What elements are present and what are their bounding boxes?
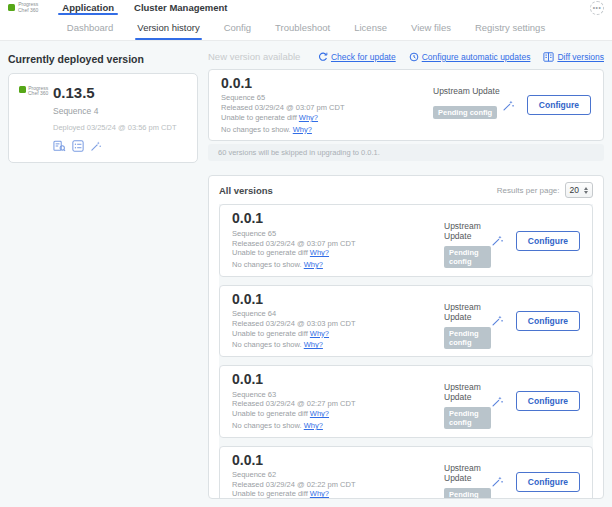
why-diff-link[interactable]: Why? xyxy=(310,409,329,418)
all-versions-panel: All versions Results per page: 20 0.0.1 … xyxy=(208,175,604,499)
chef-logo-icon xyxy=(8,4,15,11)
currently-deployed-title: Currently deployed version xyxy=(8,53,198,65)
why-diff-link[interactable]: Why? xyxy=(310,248,329,257)
changes-status-text: No changes to show. xyxy=(221,125,291,134)
subnav-tab-version-history[interactable]: Version history xyxy=(137,15,199,40)
deployed-timestamp: Deployed 03/25/24 @ 03:56 pm CDT xyxy=(53,123,187,132)
configure-automatic-updates-link[interactable]: Configure automatic updates xyxy=(409,52,531,62)
sequence-label: Sequence 65 xyxy=(232,229,444,239)
version-row: 0.0.1 Sequence 65 Released 03/29/24 @ 03… xyxy=(219,204,593,276)
deployed-version-number: 0.13.5 xyxy=(53,84,187,101)
version-rows: 0.0.1 Sequence 65 Released 03/29/24 @ 03… xyxy=(219,204,593,499)
why-diff-link[interactable]: Why? xyxy=(310,489,329,498)
why-changes-link[interactable]: Why? xyxy=(304,340,323,349)
chef-logo-icon xyxy=(19,86,26,93)
configure-button[interactable]: Configure xyxy=(516,311,580,331)
new-version-card: 0.0.1 Sequence 65 Released 03/29/24 @ 03… xyxy=(208,69,604,141)
diff-icon[interactable] xyxy=(53,140,66,152)
deployed-sequence-label: Sequence 4 xyxy=(53,106,187,116)
version-title: 0.0.1 xyxy=(232,211,444,226)
results-per-page-label: Results per page: xyxy=(497,186,560,195)
select-stepper-icon xyxy=(584,187,588,194)
skipped-versions-notice: 60 versions will be skipped in upgrading… xyxy=(208,144,604,161)
version-history-main: New version available Check for update xyxy=(208,49,604,499)
released-label: Released 03/29/24 @ 03:03 pm CDT xyxy=(232,319,444,329)
configure-button[interactable]: Configure xyxy=(516,231,580,251)
diff-icon xyxy=(543,52,554,62)
upstream-update-label: Upstream Update xyxy=(444,302,491,322)
sequence-label: Sequence 65 xyxy=(221,93,433,103)
configure-button[interactable]: Configure xyxy=(527,95,591,115)
wand-icon[interactable] xyxy=(90,140,102,152)
all-versions-title: All versions xyxy=(219,185,273,196)
released-label: Released 03/29/24 @ 02:22 pm CDT xyxy=(232,480,444,490)
secondary-nav: Dashboard Version history Config Trouble… xyxy=(0,15,612,41)
clock-icon xyxy=(409,52,419,62)
pending-config-badge: Pending config xyxy=(444,246,491,268)
configure-button[interactable]: Configure xyxy=(516,391,580,411)
subnav-tab-troubleshoot[interactable]: Troubleshoot xyxy=(275,15,330,40)
version-title: 0.0.1 xyxy=(232,372,444,387)
pending-config-badge: Pending config xyxy=(433,106,497,119)
edit-config-wand-icon[interactable] xyxy=(491,314,504,327)
deployed-version-sidebar: Currently deployed version Progress Chef… xyxy=(8,49,198,499)
edit-config-wand-icon[interactable] xyxy=(491,234,504,247)
configure-button[interactable]: Configure xyxy=(516,472,580,492)
refresh-icon xyxy=(318,52,328,62)
subnav-tab-registry-settings[interactable]: Registry settings xyxy=(475,15,545,40)
subnav-tab-config[interactable]: Config xyxy=(224,15,251,40)
pending-config-badge: Pending config xyxy=(444,407,491,429)
why-changes-link[interactable]: Why? xyxy=(293,125,312,134)
upstream-update-label: Upstream Update xyxy=(433,86,502,96)
version-row: 0.0.1 Sequence 62 Released 03/29/24 @ 02… xyxy=(219,446,593,499)
version-title: 0.0.1 xyxy=(221,76,433,91)
why-diff-link[interactable]: Why? xyxy=(299,113,318,122)
app-logo: Progress Chef 360 xyxy=(8,2,38,13)
edit-config-wand-icon[interactable] xyxy=(491,475,504,488)
diff-status-text: Unable to generate diff xyxy=(221,113,297,122)
logo-line2: Chef 360 xyxy=(18,7,38,13)
version-title: 0.0.1 xyxy=(232,453,444,468)
pending-config-badge: Pending config xyxy=(444,327,491,349)
why-changes-link[interactable]: Why? xyxy=(304,421,323,430)
edit-config-wand-icon[interactable] xyxy=(502,99,515,112)
subnav-tab-license[interactable]: License xyxy=(354,15,387,40)
check-for-update-link[interactable]: Check for update xyxy=(318,52,396,62)
subnav-tab-view-files[interactable]: View files xyxy=(411,15,451,40)
edit-config-wand-icon[interactable] xyxy=(491,395,504,408)
upstream-update-label: Upstream Update xyxy=(444,221,491,241)
diff-versions-link[interactable]: Diff versions xyxy=(543,52,604,62)
why-changes-link[interactable]: Why? xyxy=(304,260,323,269)
deployed-version-card: Progress Chef 360 0.13.5 Sequence 4 Depl… xyxy=(8,73,198,163)
pending-config-badge: Pending config xyxy=(444,488,491,499)
sequence-label: Sequence 63 xyxy=(232,390,444,400)
upstream-update-label: Upstream Update xyxy=(444,382,491,402)
tab-cluster-management[interactable]: Cluster Management xyxy=(124,0,237,15)
released-label: Released 03/29/24 @ 03:07 pm CDT xyxy=(221,103,433,113)
sequence-label: Sequence 64 xyxy=(232,309,444,319)
new-version-available-label: New version available xyxy=(208,51,300,62)
upstream-update-label: Upstream Update xyxy=(444,463,491,483)
released-label: Released 03/29/24 @ 02:27 pm CDT xyxy=(232,399,444,409)
version-title: 0.0.1 xyxy=(232,292,444,307)
overflow-menu-button[interactable]: ••• xyxy=(590,1,604,15)
version-row: 0.0.1 Sequence 63 Released 03/29/24 @ 02… xyxy=(219,365,593,437)
results-per-page-select[interactable]: 20 xyxy=(565,182,593,198)
subnav-tab-dashboard[interactable]: Dashboard xyxy=(67,15,113,40)
version-row: 0.0.1 Sequence 64 Released 03/29/24 @ 03… xyxy=(219,285,593,357)
app-logo: Progress Chef 360 xyxy=(19,84,53,152)
tab-application[interactable]: Application xyxy=(52,0,124,15)
ellipsis-icon: ••• xyxy=(593,4,601,11)
config-icon[interactable] xyxy=(72,140,84,152)
app-header: Progress Chef 360 Application Cluster Ma… xyxy=(0,0,612,15)
sequence-label: Sequence 62 xyxy=(232,470,444,480)
why-diff-link[interactable]: Why? xyxy=(310,329,329,338)
page-content: Currently deployed version Progress Chef… xyxy=(0,41,612,507)
released-label: Released 03/29/24 @ 03:07 pm CDT xyxy=(232,239,444,249)
